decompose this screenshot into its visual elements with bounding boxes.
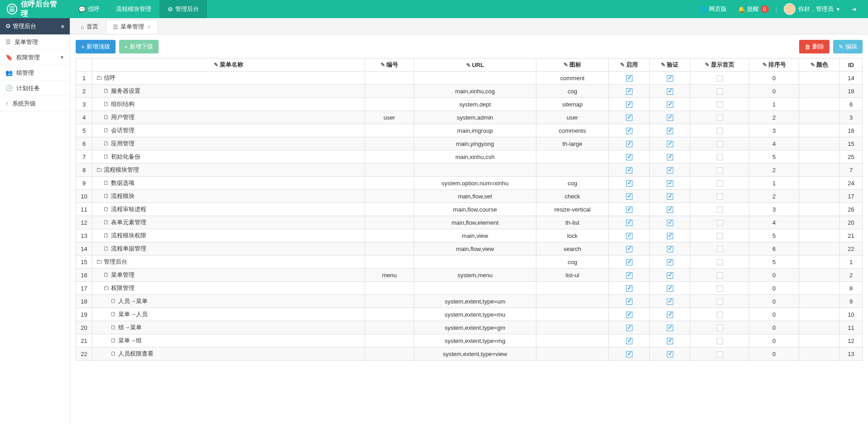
cell-icon[interactable] — [536, 334, 609, 347]
cell-sort[interactable]: 0 — [749, 308, 799, 321]
checkbox[interactable] — [717, 325, 723, 331]
cell-name[interactable]: 🗀流程模块管理 — [92, 164, 365, 177]
cell-icon[interactable]: resize-vertical — [536, 203, 609, 216]
table-row[interactable]: 19🗋菜单→人员system,extent,type=mu010 — [76, 308, 863, 321]
cell-name[interactable]: 🗋数据选项 — [92, 177, 365, 190]
cell-code[interactable] — [365, 177, 414, 190]
cell-code[interactable] — [365, 295, 414, 308]
cell-url[interactable]: system,extent,type=view — [414, 347, 536, 361]
cell-sort[interactable]: 2 — [749, 190, 799, 203]
table-row[interactable]: 2🗋服务器设置main,xinhu,cogcog018 — [76, 85, 863, 98]
cell-icon[interactable]: cog — [536, 85, 609, 98]
checkbox[interactable] — [667, 193, 673, 200]
checkbox[interactable] — [626, 351, 632, 357]
cell-sort[interactable]: 0 — [749, 269, 799, 282]
cell-code[interactable] — [365, 334, 414, 347]
cell-url[interactable]: system,option,num=xinhu — [414, 177, 536, 190]
checkbox[interactable] — [717, 259, 723, 265]
checkbox[interactable] — [717, 115, 723, 121]
checkbox[interactable] — [667, 285, 673, 292]
sidebar-item[interactable]: ☰菜单管理 — [0, 34, 70, 50]
checkbox[interactable] — [717, 88, 723, 95]
cell-url[interactable] — [414, 255, 536, 269]
cell-name[interactable]: 🗋组→菜单 — [92, 321, 365, 334]
cell-name[interactable]: 🗋流程模块 — [92, 190, 365, 203]
edit-button[interactable]: ✎编辑 — [833, 40, 863, 53]
cell-color[interactable] — [799, 216, 840, 229]
table-row[interactable]: 21🗋菜单→组system,extent,type=mg012 — [76, 334, 863, 347]
cell-url[interactable]: main,flow,course — [414, 203, 536, 216]
checkbox[interactable] — [626, 101, 632, 108]
checkbox[interactable] — [626, 220, 632, 226]
cell-url[interactable]: main,flow,set — [414, 190, 536, 203]
cell-color[interactable] — [799, 321, 840, 334]
table-row[interactable]: 3🗋组织结构system,deptsitemap16 — [76, 98, 863, 111]
cell-sort[interactable]: 0 — [749, 85, 799, 98]
cell-icon[interactable]: list-ul — [536, 269, 609, 282]
checkbox[interactable] — [717, 128, 723, 134]
cell-code[interactable] — [365, 72, 414, 85]
cell-code[interactable] — [365, 282, 414, 295]
th-icon[interactable]: ✎图标 — [536, 58, 609, 72]
th-home[interactable]: ✎显示首页 — [690, 58, 749, 72]
checkbox[interactable] — [667, 75, 673, 82]
cell-name[interactable]: 🗋应用管理 — [92, 137, 365, 150]
checkbox[interactable] — [717, 233, 723, 239]
cell-url[interactable] — [414, 72, 536, 85]
checkbox[interactable] — [626, 128, 632, 134]
checkbox[interactable] — [626, 141, 632, 147]
table-row[interactable]: 5🗋会话管理main,imgroupcomments316 — [76, 124, 863, 137]
checkbox[interactable] — [667, 115, 673, 121]
checkbox[interactable] — [667, 207, 673, 213]
cell-code[interactable] — [365, 229, 414, 242]
cell-name[interactable]: 🗋流程审核进程 — [92, 203, 365, 216]
cell-sort[interactable]: 2 — [749, 111, 799, 124]
cell-sort[interactable]: 4 — [749, 216, 799, 229]
cell-sort[interactable]: 2 — [749, 164, 799, 177]
table-row[interactable]: 4🗋用户管理usersystem,adminuser23 — [76, 111, 863, 124]
cell-icon[interactable]: lock — [536, 229, 609, 242]
checkbox[interactable] — [717, 154, 723, 160]
cell-url[interactable]: system,extent,type=mg — [414, 334, 536, 347]
checkbox[interactable] — [626, 338, 632, 344]
sidebar-item[interactable]: 🕓计划任务 — [0, 81, 70, 96]
table-row[interactable]: 1🗀信呼comment014 — [76, 72, 863, 85]
cell-code[interactable] — [365, 321, 414, 334]
web-version-link[interactable]: 🌐 网页版 — [695, 0, 731, 18]
cell-sort[interactable]: 1 — [749, 177, 799, 190]
checkbox[interactable] — [626, 88, 632, 95]
cell-code[interactable]: menu — [365, 269, 414, 282]
checkbox[interactable] — [667, 128, 673, 134]
cell-icon[interactable]: search — [536, 242, 609, 255]
cell-code[interactable] — [365, 85, 414, 98]
close-icon[interactable]: × — [147, 24, 151, 29]
checkbox[interactable] — [717, 272, 723, 279]
table-row[interactable]: 7🗋初始化备份main,xinhu,csh525 — [76, 150, 863, 164]
checkbox[interactable] — [626, 299, 632, 305]
cell-color[interactable] — [799, 347, 840, 361]
cell-code[interactable] — [365, 190, 414, 203]
sidebar-item[interactable]: 👥组管理 — [0, 65, 70, 81]
checkbox[interactable] — [717, 220, 723, 226]
checkbox[interactable] — [717, 193, 723, 200]
cell-icon[interactable]: cog — [536, 255, 609, 269]
table-row[interactable]: 12🗋表单元素管理main,flow,elementth-list420 — [76, 216, 863, 229]
th-enable[interactable]: ✎启用 — [609, 58, 650, 72]
cell-name[interactable]: 🗋用户管理 — [92, 111, 365, 124]
table-row[interactable]: 22🗋人员权限查看system,extent,type=view013 — [76, 347, 863, 361]
checkbox[interactable] — [667, 272, 673, 279]
cell-code[interactable] — [365, 137, 414, 150]
cell-code[interactable] — [365, 150, 414, 164]
cell-name[interactable]: 🗋菜单→组 — [92, 334, 365, 347]
cell-color[interactable] — [799, 124, 840, 137]
th-code[interactable]: ✎编号 — [365, 58, 414, 72]
cell-icon[interactable] — [536, 282, 609, 295]
cell-url[interactable]: main,flow,element — [414, 216, 536, 229]
checkbox[interactable] — [667, 259, 673, 265]
cell-sort[interactable]: 5 — [749, 229, 799, 242]
checkbox[interactable] — [626, 180, 632, 187]
cell-code[interactable] — [365, 98, 414, 111]
cell-icon[interactable]: sitemap — [536, 98, 609, 111]
table-row[interactable]: 9🗋数据选项system,option,num=xinhucog124 — [76, 177, 863, 190]
checkbox[interactable] — [626, 325, 632, 331]
